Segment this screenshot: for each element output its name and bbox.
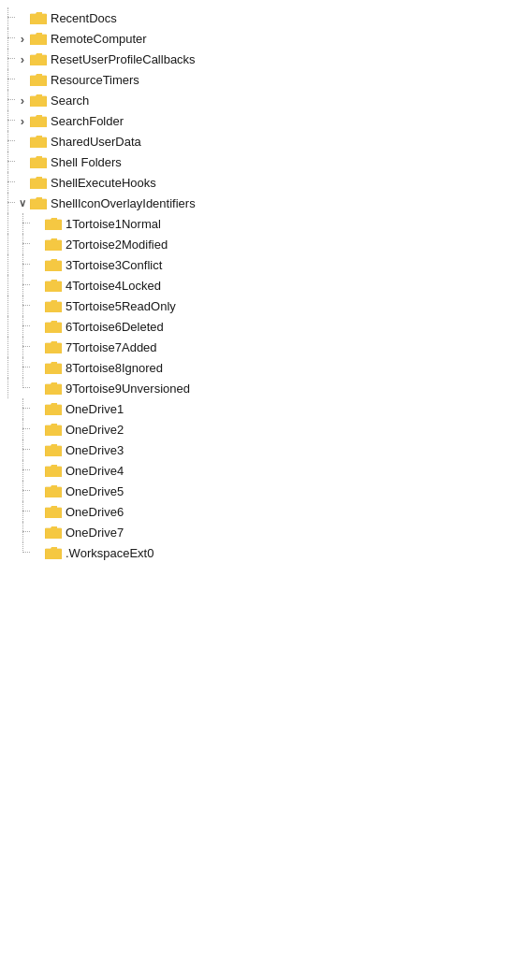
svg-rect-50 bbox=[45, 343, 52, 345]
expand-placeholder bbox=[15, 69, 30, 90]
tree-connector-pass bbox=[0, 398, 15, 419]
list-item[interactable]: 3Tortoise3Conflict bbox=[0, 254, 511, 275]
list-item[interactable]: 2Tortoise2Modified bbox=[0, 234, 511, 254]
folder-icon bbox=[30, 32, 47, 45]
list-item[interactable]: .WorkspaceExt0 bbox=[0, 542, 511, 563]
folder-icon bbox=[30, 94, 47, 107]
list-item[interactable]: 5Tortoise5ReadOnly bbox=[0, 295, 511, 316]
item-label: SearchFolder bbox=[51, 114, 124, 128]
item-label: 6Tortoise6Deleted bbox=[66, 320, 164, 334]
list-item[interactable]: OneDrive4 bbox=[0, 460, 511, 481]
expand-toggle[interactable]: ∨ bbox=[15, 193, 30, 213]
tree-connector bbox=[15, 398, 30, 419]
item-label: 7Tortoise7Added bbox=[66, 340, 157, 354]
svg-rect-5 bbox=[30, 35, 37, 36]
tree-connector bbox=[15, 440, 30, 460]
svg-rect-74 bbox=[45, 508, 52, 510]
item-label: SharedUserData bbox=[51, 135, 141, 149]
item-label: ShellIconOverlayIdentifiers bbox=[51, 196, 196, 210]
tree-connector-pass bbox=[0, 481, 15, 501]
item-label: OneDrive5 bbox=[66, 484, 124, 498]
tree-connector bbox=[0, 110, 15, 131]
svg-rect-14 bbox=[30, 96, 37, 98]
expand-toggle[interactable]: › bbox=[15, 90, 30, 110]
list-item[interactable]: › ResetUserProfileCallbacks bbox=[0, 49, 511, 69]
list-item[interactable]: ShellExecuteHooks bbox=[0, 172, 511, 193]
list-item[interactable]: OneDrive6 bbox=[0, 501, 511, 522]
list-item[interactable]: ResourceTimers bbox=[0, 69, 511, 90]
expand-toggle[interactable]: › bbox=[15, 49, 30, 69]
svg-rect-23 bbox=[30, 158, 37, 160]
list-item[interactable]: SharedUserData bbox=[0, 131, 511, 151]
tree-connector-pass bbox=[0, 295, 15, 316]
item-label: Search bbox=[51, 94, 89, 108]
tree-connector-pass bbox=[0, 337, 15, 357]
expand-placeholder bbox=[15, 7, 30, 28]
list-item[interactable]: Shell Folders bbox=[0, 151, 511, 172]
svg-rect-53 bbox=[45, 364, 52, 366]
list-item[interactable]: 7Tortoise7Added bbox=[0, 337, 511, 357]
item-label: 1Tortoise1Normal bbox=[66, 217, 161, 231]
tree-connector bbox=[0, 28, 15, 49]
list-item[interactable]: OneDrive5 bbox=[0, 481, 511, 501]
expand-placeholder bbox=[30, 254, 45, 275]
list-item[interactable]: ∨ ShellIconOverlayIdentifiers bbox=[0, 193, 511, 213]
expand-placeholder bbox=[30, 378, 45, 398]
tree-connector bbox=[15, 460, 30, 481]
tree-connector bbox=[15, 337, 30, 357]
tree-connector-pass bbox=[0, 501, 15, 522]
item-label: .WorkspaceExt0 bbox=[66, 546, 153, 560]
list-item[interactable]: RecentDocs bbox=[0, 7, 511, 28]
expand-placeholder bbox=[30, 316, 45, 337]
svg-rect-47 bbox=[45, 323, 52, 324]
item-label: 5Tortoise5ReadOnly bbox=[66, 299, 176, 313]
item-label: ShellExecuteHooks bbox=[51, 176, 156, 190]
list-item[interactable]: OneDrive1 bbox=[0, 398, 511, 419]
folder-icon bbox=[45, 484, 62, 497]
list-item[interactable]: › Search bbox=[0, 90, 511, 110]
folder-icon bbox=[45, 279, 62, 292]
expand-placeholder bbox=[15, 151, 30, 172]
svg-rect-59 bbox=[45, 405, 52, 407]
list-item[interactable]: 8Tortoise8Ignored bbox=[0, 357, 511, 378]
svg-rect-80 bbox=[45, 549, 52, 551]
expand-toggle[interactable]: › bbox=[15, 28, 30, 49]
expand-placeholder bbox=[30, 337, 45, 357]
list-item[interactable]: OneDrive3 bbox=[0, 440, 511, 460]
svg-rect-38 bbox=[45, 261, 52, 263]
list-item[interactable]: › RemoteComputer bbox=[0, 28, 511, 49]
list-item[interactable]: 1Tortoise1Normal bbox=[0, 213, 511, 234]
expand-toggle[interactable]: › bbox=[15, 110, 30, 131]
folder-icon bbox=[45, 526, 62, 539]
expand-placeholder bbox=[30, 398, 45, 419]
list-item[interactable]: 4Tortoise4Locked bbox=[0, 275, 511, 295]
svg-rect-77 bbox=[45, 528, 52, 530]
list-item[interactable]: 6Tortoise6Deleted bbox=[0, 316, 511, 337]
expand-placeholder bbox=[15, 131, 30, 151]
list-item[interactable]: OneDrive2 bbox=[0, 419, 511, 440]
tree-connector bbox=[15, 295, 30, 316]
expand-placeholder bbox=[30, 501, 45, 522]
tree-connector bbox=[0, 69, 15, 90]
expand-placeholder bbox=[30, 357, 45, 378]
item-label: 2Tortoise2Modified bbox=[66, 238, 168, 252]
tree-connector bbox=[0, 131, 15, 151]
list-item[interactable]: › SearchFolder bbox=[0, 110, 511, 131]
expand-placeholder bbox=[30, 481, 45, 501]
tree-connector bbox=[15, 275, 30, 295]
item-label: 8Tortoise8Ignored bbox=[66, 361, 163, 375]
item-label: RemoteComputer bbox=[51, 32, 147, 46]
svg-rect-71 bbox=[45, 487, 52, 489]
tree-connector bbox=[15, 254, 30, 275]
svg-rect-35 bbox=[45, 240, 52, 242]
expand-placeholder bbox=[30, 275, 45, 295]
item-label: OneDrive3 bbox=[66, 443, 124, 457]
svg-rect-20 bbox=[30, 137, 37, 139]
tree-connector bbox=[15, 316, 30, 337]
folder-icon bbox=[45, 361, 62, 374]
folder-icon bbox=[30, 176, 47, 189]
list-item[interactable]: OneDrive7 bbox=[0, 522, 511, 542]
registry-tree: RecentDocs› RemoteComputer› ResetUserPro… bbox=[0, 0, 511, 570]
list-item[interactable]: 9Tortoise9Unversioned bbox=[0, 378, 511, 398]
folder-icon bbox=[45, 217, 62, 230]
